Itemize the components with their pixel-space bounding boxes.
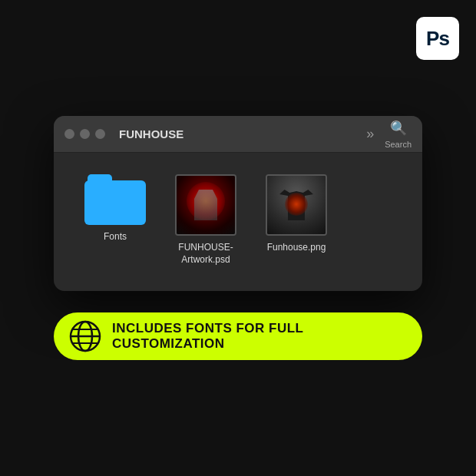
bottom-banner: INCLUDES FONTS FOR FULL CUSTOMIZATION <box>54 312 422 360</box>
finder-window-title: FUNHOUSE <box>119 127 360 140</box>
search-icon[interactable]: 🔍 <box>390 120 407 137</box>
folder-icon <box>84 174 146 225</box>
globe-icon <box>69 320 101 352</box>
psd-art <box>177 176 235 234</box>
shirt-shape <box>279 190 313 220</box>
tl-minimize[interactable] <box>80 129 90 139</box>
shirt-art <box>267 176 326 234</box>
banner-text: INCLUDES FONTS FOR FULL CUSTOMIZATION <box>112 321 407 352</box>
list-item[interactable]: Fonts <box>77 174 154 243</box>
png-thumbnail <box>266 174 327 236</box>
folder-body <box>84 180 146 225</box>
finder-toolbar: » 🔍 Search <box>366 120 412 149</box>
navigate-forward-icon[interactable]: » <box>366 126 374 142</box>
file-label: FUNHOUSE- Artwork.psd <box>178 242 233 266</box>
finder-titlebar: FUNHOUSE » 🔍 Search <box>54 116 422 153</box>
traffic-lights <box>64 129 105 139</box>
psd-thumbnail <box>175 174 236 236</box>
tl-maximize[interactable] <box>95 129 105 139</box>
search-area[interactable]: 🔍 Search <box>385 120 412 149</box>
tl-close[interactable] <box>64 129 74 139</box>
ps-badge-label: Ps <box>426 27 449 51</box>
list-item[interactable]: Funhouse.png <box>258 174 335 254</box>
file-label: Funhouse.png <box>267 242 326 254</box>
finder-window: FUNHOUSE » 🔍 Search Fonts FUNHOUSE- <box>54 116 422 291</box>
file-label: Fonts <box>104 231 127 243</box>
ps-badge: Ps <box>416 17 459 60</box>
finder-content: Fonts FUNHOUSE- Artwork.psd Funhouse.png <box>54 153 422 291</box>
list-item[interactable]: FUNHOUSE- Artwork.psd <box>167 174 244 266</box>
search-label: Search <box>385 140 412 149</box>
